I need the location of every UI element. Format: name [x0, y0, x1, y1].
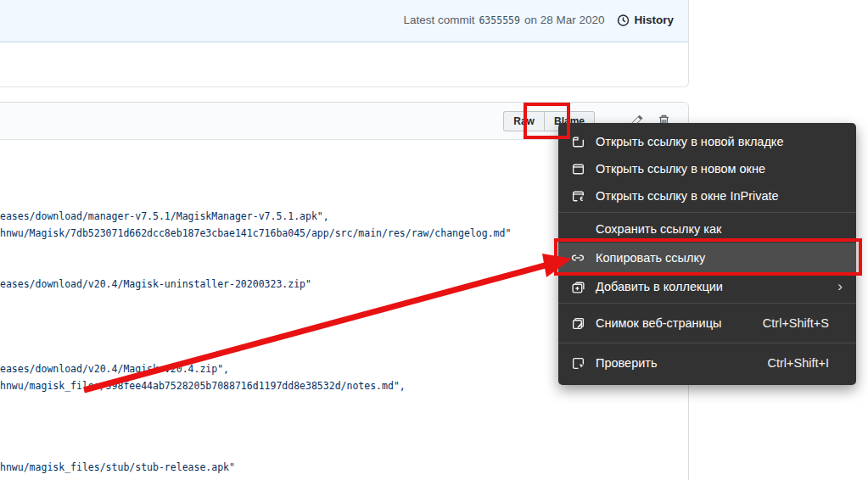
code-line: eases/download/v20.4/Magisk-v20.4.zip",: [0, 363, 229, 375]
code-line: hnwu/Magisk/7db523071d662dcc8eb187e3cbae…: [0, 227, 511, 239]
latest-commit-label: Latest commit: [403, 14, 474, 26]
submenu-chevron-icon: ›: [837, 278, 844, 295]
menu-item-web-capture[interactable]: Снимок веб-страницы Ctrl+Shift+S: [558, 306, 856, 340]
menu-item-label: Снимок веб-страницы: [596, 316, 763, 330]
history-button[interactable]: History: [616, 14, 674, 27]
menu-item-open-link-inprivate[interactable]: Открыть ссылку в окне InPrivate: [558, 182, 856, 209]
menu-separator: [558, 343, 856, 343]
history-label: History: [634, 14, 674, 26]
latest-commit-bar: Latest commit 6355559 on 28 Mar 2020 His…: [0, 0, 688, 42]
commit-sha-link[interactable]: 6355559: [479, 14, 519, 26]
menu-item-label: Открыть ссылку в новой вкладке: [596, 135, 844, 148]
menu-item-add-to-collections[interactable]: Добавить в коллекции ›: [558, 273, 856, 300]
menu-item-copy-link[interactable]: Копировать ссылку: [558, 243, 856, 273]
menu-item-open-link-new-window[interactable]: Открыть ссылку в новом окне: [558, 155, 856, 182]
menu-item-label: Копировать ссылку: [596, 251, 844, 265]
no-icon: [570, 221, 585, 237]
browser-context-menu: Открыть ссылку в новой вкладке Открыть с…: [558, 123, 856, 385]
history-clock-icon: [616, 14, 630, 27]
commit-date: on 28 Mar 2020: [524, 14, 605, 26]
inspect-icon: [570, 355, 585, 371]
menu-separator: [558, 303, 856, 304]
web-capture-icon: [570, 315, 585, 331]
menu-item-shortcut: Ctrl+Shift+I: [767, 356, 844, 370]
new-window-icon: [570, 161, 585, 176]
menu-item-label: Проверить: [596, 356, 767, 370]
collections-icon: [570, 279, 585, 294]
menu-separator: [558, 212, 856, 213]
menu-item-save-link-as[interactable]: Сохранить ссылку как: [558, 215, 856, 243]
code-line: eases/download/v20.4/Magisk-uninstaller-…: [0, 278, 311, 290]
menu-item-open-link-new-tab[interactable]: Открыть ссылку в новой вкладке: [558, 128, 856, 155]
menu-item-label: Добавить в коллекции: [596, 280, 837, 293]
commit-tease-box: Latest commit 6355559 on 28 Mar 2020 His…: [0, 0, 689, 87]
code-line: hnwu/magisk_files/stub/stub-release.apk": [0, 461, 235, 473]
menu-item-inspect[interactable]: Проверить Ctrl+Shift+I: [558, 346, 856, 380]
raw-button[interactable]: Raw: [503, 111, 545, 131]
inprivate-icon: [570, 188, 585, 204]
menu-item-label: Открыть ссылку в новом окне: [596, 162, 844, 176]
menu-item-label: Сохранить ссылку как: [596, 222, 844, 236]
menu-item-label: Открыть ссылку в окне InPrivate: [596, 189, 844, 203]
code-line: hnwu/magisk_files/598fee44ab7528205b7088…: [0, 380, 406, 392]
menu-item-shortcut: Ctrl+Shift+S: [763, 316, 844, 330]
code-line: eases/download/manager-v7.5.1/MagiskMana…: [0, 210, 329, 222]
new-tab-icon: [570, 134, 585, 149]
link-icon: [570, 250, 585, 265]
